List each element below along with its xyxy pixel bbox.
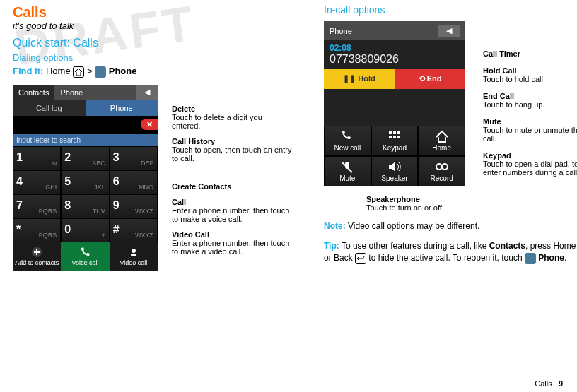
svg-rect-7 [393,136,396,138]
find-it-label: Find it: [13,66,43,76]
svg-rect-6 [389,136,392,138]
nav-back-button[interactable]: ◀ [136,85,158,100]
key-3[interactable]: 3DEF [110,146,158,170]
key-star[interactable]: *PQRS [13,218,61,242]
quickstart-heading: Quick start: Calls [13,37,296,49]
callout-speaker: SpeakerphoneTouch to turn on or off. [366,195,508,212]
incall-buttons: ❚❚ Hold ⟲ End [324,69,465,89]
dialer-mock: Contacts Phone ◀ Call log Phone ✕ Input … [13,85,158,271]
speaker-icon [387,160,402,173]
callout-keypad: KeypadTouch to open a dial pad, to enter… [483,151,577,177]
speaker-button[interactable]: Speaker [371,156,419,186]
key-0[interactable]: 0+ [61,218,109,242]
callout-call: CallEnter a phone number, then touch to … [172,198,292,223]
record-icon [435,160,449,173]
callout-video: Video CallEnter a phone number, then tou… [172,230,292,256]
mute-icon [340,160,354,173]
dialing-heading: Dialing options [13,52,296,63]
callout-delete: DeleteTouch to delete a digit you entere… [172,105,292,130]
key-8[interactable]: 8TUV [61,194,109,218]
find-phone: Phone [109,66,137,76]
svg-rect-2 [131,254,136,256]
key-4[interactable]: 4GHI [13,170,61,194]
home-icon [73,66,84,78]
dialer-actions: Add to contacts Voice call Video call [13,242,158,271]
incall-title: Phone [330,27,352,35]
back-icon [355,253,366,264]
find-gt: > [87,66,93,76]
delete-button[interactable]: ✕ [141,119,158,130]
home-icon [435,130,449,143]
dialer-titlebar: Contacts Phone ◀ [13,85,158,100]
incall-blank [324,89,465,126]
find-it-line: Find it: Home > Phone [13,66,296,78]
video-call-button[interactable]: Video call [110,242,158,271]
call-timer: 02:08 [330,43,460,53]
callout-hold: Hold CallTouch to hold call. [483,66,577,83]
voice-call-button[interactable]: Voice call [61,242,109,271]
subtab-phone[interactable]: Phone [86,100,158,116]
incall-nav-back[interactable]: ◀ [438,25,460,37]
incall-callouts: Call Timer Hold CallTouch to hold call. … [483,49,577,185]
incall-heading: In-call options [324,4,577,16]
callout-mute: MuteTouch to mute or unmute the call. [483,117,577,143]
incall-info: 02:08 07738809026 [324,40,465,69]
tab-contacts[interactable]: Contacts [13,85,54,100]
footer-page: 9 [559,379,563,388]
callout-create: Create Contacts [172,182,292,191]
note-line: Note: Video call options may be differen… [324,220,577,232]
phone-app-icon [525,253,536,264]
search-bar[interactable]: Input letter to search [13,134,158,146]
tab-phone[interactable]: Phone [54,85,88,100]
key-1[interactable]: 1∞ [13,146,61,170]
callout-history: Call HistoryTouch to open, then touch an… [172,137,292,162]
footer-section: Calls [535,379,552,388]
dialer-callouts: DeleteTouch to delete a digit you entere… [172,85,292,263]
hold-button[interactable]: ❚❚ Hold [324,69,395,89]
callout-timer: Call Timer [483,49,577,58]
page-title: Calls [13,4,296,20]
tip-label: Tip: [324,241,339,251]
subtab-calllog[interactable]: Call log [13,100,86,116]
svg-point-1 [132,249,136,253]
phone-app-icon [95,66,106,78]
tagline: it's good to talk [13,20,296,31]
new-call-button[interactable]: New call [324,126,371,156]
record-button[interactable]: Record [418,156,465,186]
svg-rect-8 [397,136,400,138]
callout-end: End CallTouch to hang up. [483,92,577,109]
add-to-contacts-button[interactable]: Add to contacts [13,242,61,271]
tip-line: Tip: To use other features during a call… [324,240,577,264]
mute-button[interactable]: Mute [324,156,371,186]
svg-point-10 [436,164,442,170]
phone-plus-icon [340,130,354,143]
key-6[interactable]: 6MNO [110,170,158,194]
dialer-subtabs: Call log Phone [13,100,158,116]
number-display: ✕ [13,116,158,134]
note-label: Note: [324,221,346,231]
keypad-icon [387,130,402,143]
incall-mock: Phone ◀ 02:08 07738809026 ❚❚ Hold ⟲ End … [324,21,465,186]
key-5[interactable]: 5JKL [61,170,109,194]
incall-titlebar: Phone ◀ [324,21,465,40]
plus-icon [31,247,42,258]
svg-rect-3 [389,131,392,134]
page-footer: Calls 9 [535,379,563,388]
home-button[interactable]: Home [418,126,465,156]
key-hash[interactable]: #WXYZ [110,218,158,242]
svg-rect-5 [397,131,400,134]
keypad-button[interactable]: Keypad [371,126,419,156]
key-9[interactable]: 9WXYZ [110,194,158,218]
video-icon [128,247,139,258]
dial-keypad: 1∞ 2ABC 3DEF 4GHI 5JKL 6MNO 7PQRS 8TUV 9… [13,146,158,242]
call-number: 07738809026 [330,53,460,66]
svg-rect-4 [393,131,396,134]
svg-point-11 [442,164,448,170]
incall-grid: New call Keypad Home Mute [324,126,465,186]
key-2[interactable]: 2ABC [61,146,109,170]
end-button[interactable]: ⟲ End [395,69,465,89]
find-home: Home [46,66,71,76]
note-text: Video call options may be different. [348,221,479,231]
key-7[interactable]: 7PQRS [13,194,61,218]
phone-icon [79,247,91,258]
